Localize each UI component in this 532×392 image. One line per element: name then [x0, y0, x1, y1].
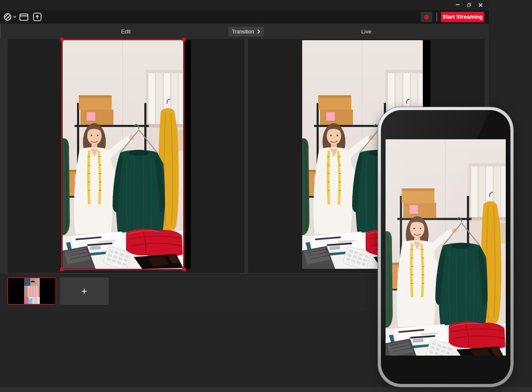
window-capture-button[interactable]	[19, 12, 29, 22]
toolbar-divider	[436, 13, 437, 21]
selection-handle-bottom-right[interactable]	[182, 268, 186, 271]
restore-icon	[467, 3, 471, 7]
edit-panel-label: Edit	[8, 24, 244, 39]
minimize-icon	[456, 4, 460, 5]
phone-gloss-highlight	[381, 110, 510, 384]
phone-bezel	[381, 110, 510, 384]
titlebar	[0, 0, 489, 9]
close-button[interactable]	[475, 0, 486, 9]
share-icon	[33, 13, 41, 21]
theme-none-icon	[3, 13, 16, 21]
selection-handle-top-left[interactable]	[60, 38, 63, 41]
selection-border[interactable]	[61, 39, 185, 270]
scene-thumbnail-preview	[24, 278, 40, 304]
record-button[interactable]	[421, 12, 432, 22]
selection-handle-top-right[interactable]	[182, 38, 186, 41]
add-icon: +	[81, 285, 87, 297]
add-scene-button[interactable]: +	[60, 277, 109, 305]
edit-stage[interactable]	[8, 39, 244, 273]
restore-button[interactable]	[463, 0, 475, 9]
record-dot-icon	[424, 15, 429, 19]
stage-labels-row: Edit Transition Live	[0, 24, 489, 39]
phone-mockup	[378, 107, 513, 387]
screenshot-canvas: Start Streaming Edit Transition Live	[0, 0, 532, 392]
window-controls	[452, 0, 486, 9]
toolbar: Start Streaming	[0, 9, 489, 24]
start-streaming-button[interactable]: Start Streaming	[441, 12, 484, 22]
share-button[interactable]	[32, 12, 42, 22]
mini-scene-art	[24, 278, 40, 304]
selection-handle-bottom-left[interactable]	[60, 268, 63, 271]
minimize-button[interactable]	[452, 0, 463, 9]
live-panel-label: Live	[248, 24, 485, 39]
window-capture-icon	[19, 14, 28, 21]
chevron-down-icon	[14, 16, 16, 17]
background-bottom-strip	[0, 387, 532, 392]
scene-thumbnail-active[interactable]	[7, 277, 56, 305]
close-icon	[479, 3, 482, 7]
theme-none-button[interactable]	[3, 12, 17, 22]
